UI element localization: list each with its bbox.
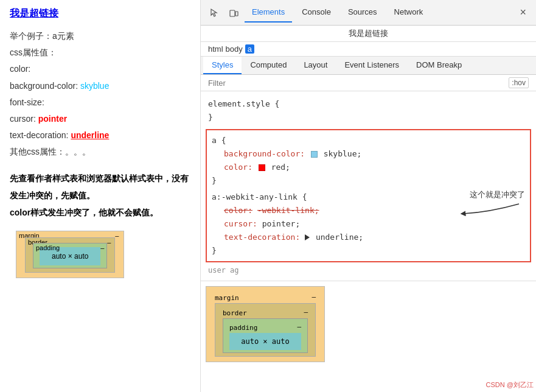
a-selector: a { xyxy=(212,136,226,145)
overflow-text: user ag xyxy=(201,265,536,276)
svg-rect-0 xyxy=(230,10,235,16)
other-css: 其他css属性：。。。 xyxy=(10,144,190,159)
margin-dash: – xyxy=(115,232,119,239)
triangle-icon[interactable] xyxy=(305,234,310,240)
device-toggle-icon[interactable] xyxy=(225,4,242,21)
text-decoration-row: text-decoration: underline xyxy=(10,128,190,143)
breadcrumb-html[interactable]: html xyxy=(208,44,223,54)
tab-elements[interactable]: Elements xyxy=(245,2,292,23)
tab-network[interactable]: Network xyxy=(387,2,431,23)
margin-label-right: margin xyxy=(215,294,239,302)
text-decoration-value: underline xyxy=(71,130,109,140)
a-color-prop: color: xyxy=(224,163,252,172)
breadcrumb: html body a xyxy=(201,42,536,57)
css-props-label: css属性值： xyxy=(10,45,190,60)
sub-tab-styles[interactable]: Styles xyxy=(203,57,242,74)
preview-text: 我是超链接 xyxy=(349,29,388,38)
annotation-container: 这个就是冲突了 xyxy=(452,189,525,220)
sub-tab-layout[interactable]: Layout xyxy=(295,57,336,74)
a-style-block: a { background-color: skyblue; color: re… xyxy=(209,133,527,189)
bottom-text: 先查看作者样式表和浏览器默认样式表中，没有发生冲突的，先赋值。 color样式发… xyxy=(10,170,190,221)
bg-color-value: skyblue xyxy=(80,81,109,91)
sub-tab-computed[interactable]: Computed xyxy=(242,57,295,74)
padding-dash-right: – xyxy=(297,323,301,331)
a-bg-prop: background-color: xyxy=(224,149,305,158)
a-bg-value: skyblue xyxy=(324,149,357,158)
webkit-cursor-value: pointer; xyxy=(262,219,301,228)
filter-input[interactable] xyxy=(208,79,504,88)
border-label-right: border xyxy=(223,309,247,317)
tab-console[interactable]: Console xyxy=(294,2,338,23)
webkit-color-prop: color: xyxy=(224,206,252,215)
element-style-selector: element.style { xyxy=(208,99,279,108)
devtools-panel: Elements Console Sources Network × 我是超链接… xyxy=(201,0,536,392)
element-style-block: element.style { } xyxy=(201,95,536,127)
breadcrumb-body[interactable]: body xyxy=(226,44,243,54)
content-box-right: auto × auto xyxy=(229,333,301,350)
border-dash: – xyxy=(107,239,111,246)
overflow-label: user ag xyxy=(208,266,239,275)
annotation-text: 这个就是冲突了 xyxy=(470,189,525,200)
webkit-text-prop: text-decoration: xyxy=(224,233,300,242)
box-model-left: margin – border – padding – auto × auto xyxy=(16,231,190,278)
a-close: } xyxy=(212,176,217,185)
skyblue-swatch[interactable] xyxy=(311,151,318,158)
element-picker-icon[interactable] xyxy=(206,4,223,21)
annotation-arrow xyxy=(452,200,525,220)
webkit-cursor-prop: cursor: xyxy=(224,219,257,228)
preview-bar: 我是超链接 xyxy=(201,26,536,42)
cursor-value: pointer xyxy=(38,114,67,124)
webkit-color-value: -webkit-link; xyxy=(257,206,319,215)
sub-tab-dom-breakp[interactable]: DOM Breakp xyxy=(408,57,470,74)
bg-color-label: background-color: xyxy=(10,81,78,91)
text-decoration-label: text-decoration: xyxy=(10,130,69,140)
hyperlink[interactable]: 我是超链接 xyxy=(10,7,58,20)
red-swatch[interactable] xyxy=(259,164,265,171)
padding-dash: – xyxy=(100,244,104,251)
styles-content: element.style { } a { background-color: … xyxy=(201,91,536,392)
bottom-line2: color样式发生冲突了，他就不会赋值。 xyxy=(10,204,190,221)
margin-dash-right: – xyxy=(312,293,316,301)
filter-hov[interactable]: :hov xyxy=(509,77,529,88)
breadcrumb-a[interactable]: a xyxy=(245,44,254,54)
webkit-close: } xyxy=(212,246,217,255)
left-panel: 我是超链接 举个例子：a元素 css属性值： color: background… xyxy=(0,0,201,392)
a-color-value: red xyxy=(271,163,285,172)
bg-color-row: background-color: skyblue xyxy=(10,79,190,94)
cursor-label: cursor: xyxy=(10,114,36,124)
bottom-line1: 先查看作者样式表和浏览器默认样式表中，没有发生冲突的，先赋值。 xyxy=(10,170,190,204)
webkit-annotation-row: a:-webkit-any-link { color: -webkit-link… xyxy=(209,189,527,259)
left-content: 举个例子：a元素 css属性值： color: background-color… xyxy=(10,29,190,160)
padding-label: padding xyxy=(36,244,60,251)
padding-label-right: padding xyxy=(229,324,257,332)
tab-sources[interactable]: Sources xyxy=(341,2,385,23)
color-label: color: xyxy=(10,61,190,77)
box-model-right: margin – border – padding – auto × auto xyxy=(201,281,536,367)
close-button[interactable]: × xyxy=(515,4,531,21)
sub-tab-event-listeners[interactable]: Event Listeners xyxy=(336,57,408,74)
element-style-close: } xyxy=(208,113,213,122)
filter-bar: :hov xyxy=(201,75,536,91)
devtools-toolbar: Elements Console Sources Network × xyxy=(201,0,536,26)
csdn-watermark: CSDN @刘乙江 xyxy=(486,380,534,390)
border-dash-right: – xyxy=(304,308,308,316)
font-size-label: font-size: xyxy=(10,95,190,110)
example-label: 举个例子：a元素 xyxy=(10,29,190,44)
svg-rect-1 xyxy=(235,12,238,16)
webkit-text-value: underline; xyxy=(316,233,363,242)
a-style-highlight-box: a { background-color: skyblue; color: re… xyxy=(206,129,531,262)
cursor-row: cursor: pointer xyxy=(10,111,190,127)
webkit-selector: a:-webkit-any-link { xyxy=(212,192,307,201)
sub-tabs: Styles Computed Layout Event Listeners D… xyxy=(201,57,536,75)
